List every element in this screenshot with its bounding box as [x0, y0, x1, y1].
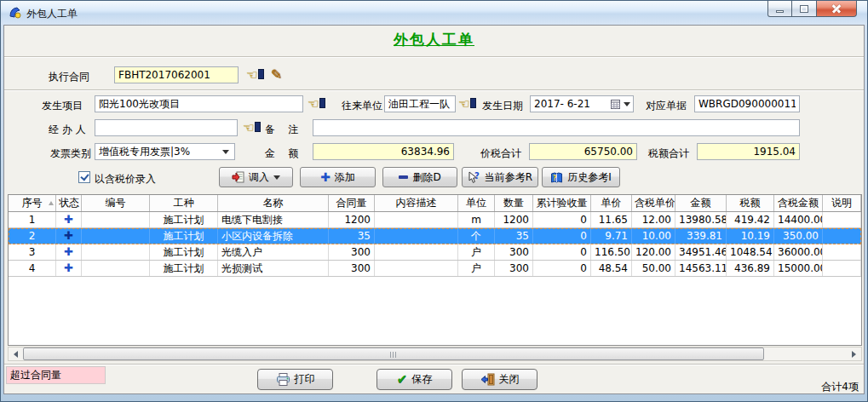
save-button[interactable]: ✔ 保存: [377, 369, 452, 390]
cell: 50.00: [632, 261, 675, 276]
window-controls: [767, 1, 857, 17]
close-button-label: 关闭: [499, 372, 520, 387]
cell: 0: [533, 212, 591, 227]
column-header[interactable]: 数量: [495, 195, 533, 211]
cell: 14400.00: [774, 212, 823, 227]
close-window-button[interactable]: [817, 1, 857, 17]
cell: 施工计划: [150, 212, 218, 227]
cell: 施工计划: [150, 244, 218, 260]
project-lookup-button[interactable]: ☜: [308, 96, 328, 112]
project-input[interactable]: [95, 95, 303, 112]
cell: 300: [329, 244, 375, 260]
status-plus-icon: ✚: [64, 213, 73, 226]
column-header[interactable]: 含税金额: [774, 195, 823, 211]
invoice-type-label: 发票类别: [50, 146, 91, 161]
hand-select-icon: ☜: [458, 98, 476, 111]
close-button[interactable]: 关闭: [462, 369, 537, 390]
contract-edit-button[interactable]: ✎: [271, 66, 291, 83]
partner-lookup-button[interactable]: ☜: [458, 96, 479, 112]
column-header[interactable]: 名称: [218, 195, 329, 211]
cell: 116.50: [591, 244, 632, 260]
invoice-type-select[interactable]: 增值税专用发票|3%: [95, 143, 235, 160]
cell: 1048.54: [727, 244, 774, 260]
page-title: 外包人工单: [4, 30, 864, 49]
partner-input[interactable]: [384, 95, 456, 112]
remark-label: 备 注: [265, 123, 298, 137]
hand-select-icon: ☜: [308, 98, 325, 111]
print-button[interactable]: 打印: [257, 369, 333, 390]
amount-label: 金 额: [265, 146, 298, 161]
maximize-button[interactable]: [792, 1, 817, 17]
cell: 10.00: [632, 228, 675, 244]
cell: [82, 244, 150, 260]
cell: 350.00: [774, 228, 823, 244]
table-row[interactable]: 2✚施工计划小区内设备拆除35个3509.7110.00339.8110.193…: [9, 228, 861, 244]
cell: 35: [329, 228, 375, 244]
column-header[interactable]: 累计验收量: [533, 195, 591, 211]
hand-select-icon: ☜: [246, 69, 264, 82]
tax-total-input[interactable]: [697, 143, 800, 160]
calendar-icon: [611, 100, 620, 109]
cell: 2: [9, 228, 56, 244]
cell: 339.81: [675, 228, 727, 244]
cell: 300: [495, 261, 533, 276]
column-header[interactable]: 序号: [9, 195, 56, 211]
table-row[interactable]: 3✚施工计划光缆入户300户3000116.50120.0034951.4610…: [9, 244, 861, 261]
cell: [823, 228, 861, 244]
handler-input[interactable]: [95, 119, 238, 136]
delete-button[interactable]: 删除D: [382, 167, 457, 187]
svg-text:?: ?: [474, 171, 480, 181]
chevron-down-icon: [273, 175, 280, 180]
contract-lookup-button[interactable]: ☜: [246, 67, 267, 83]
maximize-icon: [800, 5, 808, 13]
cell: 光损测试: [218, 261, 329, 276]
tax-entry-checkbox[interactable]: [78, 171, 90, 183]
table-row[interactable]: 1✚施工计划电缆下电割接1200m1200011.6512.0013980.58…: [9, 212, 861, 228]
close-icon: [831, 3, 842, 14]
column-header[interactable]: 单位: [458, 195, 495, 211]
current-ref-button-label: 当前参考R: [485, 170, 532, 185]
column-header[interactable]: 工种: [150, 195, 218, 211]
contract-input[interactable]: [114, 66, 239, 83]
column-header[interactable]: 内容描述: [375, 195, 458, 211]
doc-label: 对应单据: [646, 99, 687, 113]
total-with-tax-input[interactable]: [529, 143, 637, 160]
cell: [375, 212, 458, 227]
cell: 施工计划: [150, 261, 218, 276]
cell: 11.65: [591, 212, 632, 227]
scrollbar-thumb[interactable]: [23, 347, 764, 360]
column-header[interactable]: 说明: [823, 195, 861, 211]
total-with-tax-label: 价税合计: [480, 146, 521, 161]
tax-entry-checkbox-label[interactable]: 以含税价录入: [95, 172, 156, 187]
cell: 电缆下电割接: [218, 212, 329, 227]
column-header[interactable]: 状态: [56, 195, 82, 211]
titlebar[interactable]: 外包人工单: [1, 1, 867, 25]
load-button[interactable]: 调入: [219, 167, 293, 187]
history-ref-button[interactable]: ? 历史参考I: [542, 167, 620, 187]
column-header[interactable]: 金额: [675, 195, 727, 211]
cell: ✚: [56, 212, 82, 227]
column-header[interactable]: 税额: [727, 195, 774, 211]
column-header[interactable]: 含税单价: [632, 195, 675, 211]
remark-input[interactable]: [313, 119, 800, 136]
column-header[interactable]: 合同量: [329, 195, 375, 211]
table-row[interactable]: 4✚施工计划光损测试300户300048.5450.0014563.11436.…: [9, 261, 861, 277]
scroll-right-button[interactable]: [847, 347, 861, 360]
delete-button-label: 删除D: [412, 170, 440, 185]
date-picker[interactable]: 2017- 6-21: [530, 95, 634, 112]
amount-input[interactable]: [313, 143, 454, 160]
horizontal-scrollbar[interactable]: [8, 347, 862, 361]
scroll-left-button[interactable]: [9, 347, 23, 360]
add-button[interactable]: ✚ 添加: [300, 167, 376, 187]
cell: [823, 212, 861, 227]
handler-lookup-button[interactable]: ☜: [243, 120, 263, 136]
current-ref-button[interactable]: ? 当前参考R: [462, 167, 538, 187]
doc-input[interactable]: [694, 95, 800, 112]
table-header-row: 序号状态编号工种名称合同量内容描述单位数量累计验收量单价含税单价金额税额含税金额…: [9, 195, 861, 212]
minimize-button[interactable]: [767, 1, 792, 17]
column-header[interactable]: 单价: [591, 195, 632, 211]
arrow-left-icon: [14, 351, 18, 358]
column-header[interactable]: 编号: [82, 195, 150, 211]
cell: 36000.00: [774, 244, 823, 260]
save-button-label: 保存: [411, 372, 432, 387]
